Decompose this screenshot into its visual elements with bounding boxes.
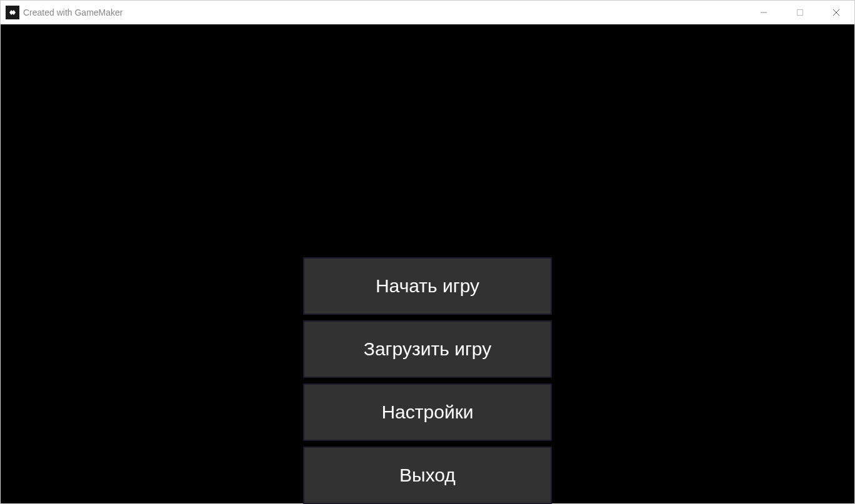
load-game-button[interactable]: Загрузить игру bbox=[303, 320, 552, 378]
svg-rect-1 bbox=[798, 10, 803, 16]
titlebar[interactable]: Created with GameMaker bbox=[1, 1, 854, 24]
titlebar-left: Created with GameMaker bbox=[6, 6, 123, 19]
minimize-button[interactable] bbox=[746, 1, 782, 24]
app-window: Created with GameMaker bbox=[0, 0, 855, 504]
menu-label: Загрузить игру bbox=[364, 338, 491, 360]
settings-button[interactable]: Настройки bbox=[303, 383, 552, 441]
gamemaker-icon bbox=[6, 6, 19, 19]
maximize-button[interactable] bbox=[782, 1, 818, 24]
minimize-icon bbox=[760, 9, 768, 16]
window-controls bbox=[746, 1, 854, 24]
close-button[interactable] bbox=[818, 1, 854, 24]
maximize-icon bbox=[796, 9, 804, 16]
menu-label: Начать игру bbox=[376, 275, 479, 297]
start-game-button[interactable]: Начать игру bbox=[303, 257, 552, 315]
exit-button[interactable]: Выход bbox=[303, 447, 552, 504]
window-title: Created with GameMaker bbox=[23, 7, 123, 17]
close-icon bbox=[832, 9, 840, 16]
menu-label: Настройки bbox=[381, 402, 473, 423]
menu-label: Выход bbox=[399, 465, 456, 486]
game-viewport: Начать игру Загрузить игру Настройки Вых… bbox=[1, 24, 854, 503]
main-menu: Начать игру Загрузить игру Настройки Вых… bbox=[303, 257, 552, 504]
